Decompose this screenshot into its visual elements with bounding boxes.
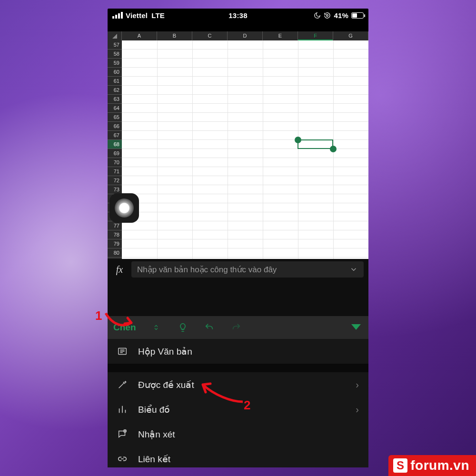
selection-handle[interactable] [295,137,301,143]
battery-pct: 41% [334,11,348,20]
row-header-cell[interactable]: 65 [108,113,122,122]
spreadsheet-area[interactable]: ABCDEFG 57585960616263646566676869707172… [108,31,368,259]
row-header-cell[interactable]: 64 [108,104,122,113]
menu-item-textbox[interactable]: Hộp Văn bản [108,339,368,364]
textbox-icon [117,346,129,357]
chevron-right-icon: › [356,404,359,415]
row-header-cell[interactable]: 63 [108,95,122,104]
row-header-cell[interactable]: 70 [108,158,122,167]
chevron-right-icon: › [356,379,359,390]
column-header-cell[interactable]: F [298,31,333,40]
row-header-cell[interactable]: 66 [108,122,122,131]
menu-label: Liên kết [138,454,170,465]
column-header-cell[interactable]: A [122,31,157,40]
column-header-cell[interactable]: B [157,31,192,40]
lightbulb-icon[interactable] [176,321,189,334]
collapse-ribbon-icon[interactable] [349,321,363,334]
row-header-cell[interactable]: 80 [108,248,122,258]
row-header-cell[interactable]: 62 [108,86,122,95]
redo-icon[interactable] [229,321,243,334]
row-header-cell[interactable]: 57 [108,40,122,50]
battery-icon [351,12,364,19]
column-header-cell[interactable]: E [263,31,298,40]
fx-label: fx [108,264,131,275]
formula-placeholder: Nhập văn bản hoặc công thức vào đây [137,265,277,275]
row-header-cell[interactable]: 60 [108,68,122,77]
column-header-cell[interactable]: C [192,31,228,40]
menu-label: Nhận xét [138,429,175,440]
svg-rect-0 [327,14,328,16]
row-header-cell[interactable]: 79 [108,239,122,248]
menu-item-comment[interactable]: Nhận xét [108,422,368,446]
magic-wand-icon [117,379,129,390]
cell-selection[interactable] [298,139,333,149]
watermark-logo: S forum.vn [388,455,476,476]
menu-label: Biểu đồ [138,404,170,415]
comment-icon [117,429,129,439]
row-header-cell[interactable]: 69 [108,149,122,158]
row-header-cell[interactable]: 67 [108,131,122,140]
formula-bar: fx Nhập văn bản hoặc công thức vào đây [108,259,368,316]
watermark-text: forum.vn [410,458,469,473]
menu-label: Hộp Văn bản [138,346,192,357]
menu-label: Được đề xuất [138,379,194,390]
column-header-cell[interactable]: G [333,31,368,40]
column-header-cell[interactable]: D [228,31,263,40]
chart-icon [117,404,129,415]
formula-input[interactable]: Nhập văn bản hoặc công thức vào đây [131,261,364,278]
row-header-cell[interactable]: 61 [108,77,122,86]
selection-handle[interactable] [330,146,337,152]
link-icon [117,454,129,464]
menu-item-link[interactable]: Liên kết [108,446,368,471]
assistive-touch-button[interactable] [109,193,139,223]
status-bar: Viettel LTE 13:38 41% [108,9,368,22]
select-all-corner[interactable] [108,31,122,40]
watermark-badge: S [393,458,407,473]
orientation-lock-icon [324,12,331,19]
annotation-1: 1 [95,308,102,323]
column-header[interactable]: ABCDEFG [108,31,368,40]
cells-canvas[interactable] [122,40,368,259]
chevron-down-icon[interactable] [349,265,358,274]
undo-icon[interactable] [203,321,216,334]
row-header-cell[interactable]: 72 [108,176,122,185]
tab-switcher-icon[interactable] [149,321,163,334]
row-header-cell[interactable]: 58 [108,50,122,59]
row-header[interactable]: 5758596061626364656667686970717273747576… [108,40,122,259]
ribbon-bar: Chèn [108,316,368,339]
row-header-cell[interactable]: 59 [108,59,122,68]
moon-icon [314,12,321,19]
row-header-cell[interactable]: 71 [108,167,122,176]
row-header-cell[interactable]: 78 [108,230,122,239]
row-header-cell[interactable]: 68 [108,140,122,149]
